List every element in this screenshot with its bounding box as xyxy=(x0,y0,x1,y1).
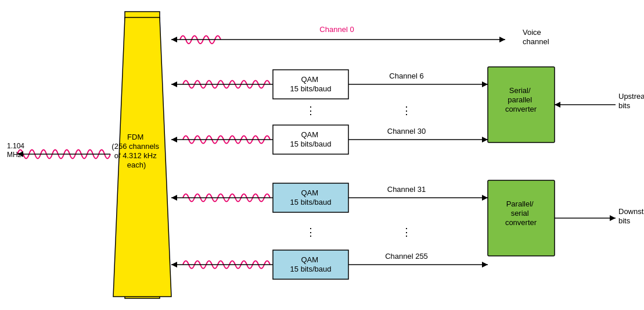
channel0-label: Channel 0 xyxy=(319,25,354,34)
svg-marker-8 xyxy=(171,81,177,87)
dots-lower-ch: ⋮ xyxy=(401,226,412,238)
dots-upper-ch: ⋮ xyxy=(401,105,412,116)
svg-marker-5 xyxy=(171,37,177,42)
channel255-label: Channel 255 xyxy=(385,252,428,261)
svg-marker-16 xyxy=(555,102,560,108)
channel31-label: Channel 31 xyxy=(387,185,426,194)
serial-parallel-label: Serial/ parallel converter xyxy=(505,86,537,113)
upstream-bits-label: Upstream bits xyxy=(618,92,644,110)
svg-marker-10 xyxy=(482,81,488,87)
svg-marker-26 xyxy=(610,215,616,221)
dots-upper-qam: ⋮ xyxy=(305,105,316,116)
svg-marker-18 xyxy=(171,195,177,201)
downstream-bits-label: Downstream bits xyxy=(618,207,644,225)
svg-marker-12 xyxy=(171,137,177,142)
channel30-label: Channel 30 xyxy=(387,127,426,136)
svg-marker-22 xyxy=(171,262,177,268)
channel6-label: Channel 6 xyxy=(389,72,423,80)
diagram-container: FDM (256 channels of 4.312 kHz each) 1.1… xyxy=(0,0,644,310)
svg-marker-6 xyxy=(499,37,505,42)
svg-marker-20 xyxy=(482,195,488,201)
voice-channel-label: Voice channel xyxy=(523,28,549,46)
dots-lower-qam: ⋮ xyxy=(305,226,316,238)
svg-marker-24 xyxy=(482,262,488,268)
svg-marker-14 xyxy=(482,137,488,142)
